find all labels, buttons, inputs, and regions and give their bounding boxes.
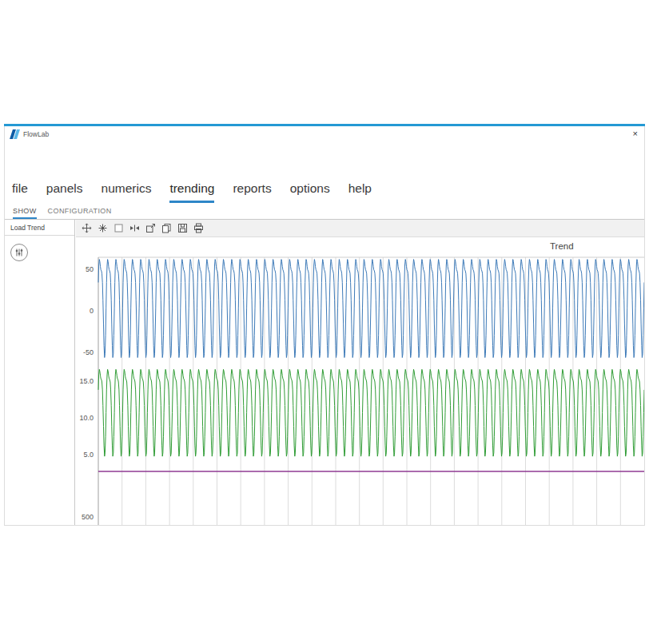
tab-configuration[interactable]: CONFIGURATION xyxy=(48,207,112,219)
zoom-star-icon[interactable] xyxy=(96,221,109,235)
close-button[interactable]: × xyxy=(633,129,638,138)
copy-icon[interactable] xyxy=(160,221,173,235)
sidebar: Load Trend xyxy=(5,220,75,525)
print-icon[interactable] xyxy=(192,221,205,235)
y-tick-label: 5.0 xyxy=(83,451,94,459)
y-tick-label: 500 xyxy=(82,513,94,521)
menu-bar: file panels numerics trending reports op… xyxy=(12,181,372,203)
chart-area[interactable]: Trend 500-5015.010.05.0500 xyxy=(76,237,644,525)
screenshot-canvas: FlowLab × file panels numerics trending … xyxy=(0,0,649,644)
sidebar-item-load-trend[interactable]: Load Trend xyxy=(5,220,74,236)
menu-item-file[interactable]: file xyxy=(12,181,28,203)
app-window: FlowLab × file panels numerics trending … xyxy=(4,124,645,526)
subtab-bar: SHOW CONFIGURATION xyxy=(13,207,112,219)
titlebar: FlowLab × xyxy=(5,126,644,142)
fit-horizontal-icon[interactable] xyxy=(128,221,141,235)
y-tick-labels: 500-5015.010.05.0500 xyxy=(79,265,94,521)
y-tick-label: 50 xyxy=(86,265,94,273)
trace-channel-2 xyxy=(98,369,644,456)
main-panel: Trend 500-5015.010.05.0500 xyxy=(76,220,644,525)
flowlab-logo-icon xyxy=(10,129,19,139)
menu-item-trending[interactable]: trending xyxy=(169,181,214,203)
pan-icon[interactable] xyxy=(80,221,94,235)
menu-item-reports[interactable]: reports xyxy=(233,181,271,203)
signal-settings-button[interactable] xyxy=(10,244,28,261)
y-tick-label: 15.0 xyxy=(79,377,94,385)
content-area: Load Trend xyxy=(5,220,644,525)
trace-channel-1 xyxy=(98,260,644,358)
menu-item-numerics[interactable]: numerics xyxy=(102,181,152,203)
save-icon[interactable] xyxy=(176,221,189,235)
y-tick-label: 10.0 xyxy=(79,414,94,422)
window-title: FlowLab xyxy=(23,130,49,138)
tab-show[interactable]: SHOW xyxy=(13,207,37,219)
menu-item-help[interactable]: help xyxy=(348,181,372,203)
chart-toolbar xyxy=(76,220,644,237)
menu-item-options[interactable]: options xyxy=(290,181,330,203)
trend-chart[interactable]: 500-5015.010.05.0500 xyxy=(76,237,644,525)
select-checkbox-icon[interactable] xyxy=(112,221,125,235)
y-tick-label: 0 xyxy=(90,307,94,315)
menu-item-panels[interactable]: panels xyxy=(46,181,83,203)
equalizer-icon xyxy=(14,248,24,257)
export-window-icon[interactable] xyxy=(144,221,157,235)
y-tick-label: -50 xyxy=(83,348,94,356)
